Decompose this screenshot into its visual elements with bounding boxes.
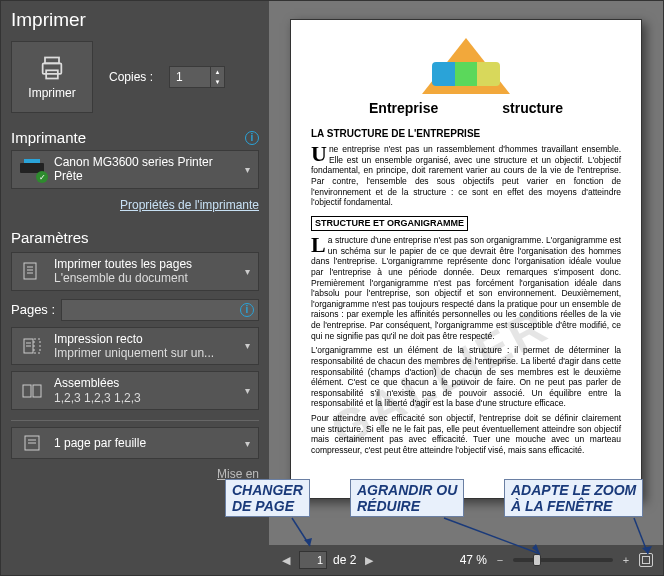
next-page-button[interactable]: ▶ — [362, 554, 376, 567]
pages-icon — [18, 260, 46, 282]
svg-rect-13 — [23, 385, 31, 397]
chevron-down-icon: ▾ — [243, 266, 252, 277]
svg-rect-4 — [24, 159, 40, 163]
callout-change-page: CHANGER DE PAGE — [225, 479, 310, 517]
callout-adapte: ADAPTE LE ZOOM À LA FENÊTRE — [504, 479, 643, 517]
chevron-down-icon: ▾ — [243, 164, 252, 175]
zoom-out-button[interactable]: − — [493, 554, 507, 566]
print-button[interactable]: Imprimer — [11, 41, 93, 113]
panel-title: Imprimer — [11, 9, 259, 31]
printer-section-title: Imprimante — [11, 129, 86, 146]
print-button-label: Imprimer — [28, 86, 75, 100]
collate-icon — [18, 380, 46, 402]
preview-toolbar: ◀ 1 de 2 ▶ 47 % − + — [269, 545, 663, 575]
page-setup-link[interactable]: Mise en — [11, 467, 259, 481]
zoom-value-label: 47 % — [460, 553, 487, 567]
page-preview: Entreprise structure LA STRUCTURE DE L'E… — [290, 19, 642, 499]
svg-rect-5 — [24, 263, 36, 279]
chevron-down-icon: ▾ — [243, 340, 252, 351]
printer-name: Canon MG3600 series Printer — [54, 155, 235, 169]
print-range-line2: L'ensemble du document — [54, 271, 235, 285]
page-of-label: de 2 — [333, 553, 356, 567]
triangle-graphic — [422, 38, 510, 94]
svg-rect-0 — [45, 58, 59, 64]
pages-input[interactable]: i — [61, 299, 259, 321]
sides-line1: Impression recto — [54, 332, 235, 346]
svg-rect-14 — [33, 385, 41, 397]
zoom-in-button[interactable]: + — [619, 554, 633, 566]
doc-box-heading: STRUCTURE ET ORGANIGRAMME — [311, 216, 468, 231]
prev-page-button[interactable]: ◀ — [279, 554, 293, 567]
zoom-slider[interactable] — [513, 558, 613, 562]
collate-line1: Assemblées — [54, 376, 235, 390]
sheet-icon — [18, 432, 46, 454]
doc-heading-right: structure — [502, 100, 563, 118]
callout-agrandir: AGRANDIR OU RÉDUIRE — [350, 479, 464, 517]
status-ready-icon: ✓ — [36, 171, 48, 183]
doc-heading-left: Entreprise — [369, 100, 438, 118]
separator — [11, 420, 259, 421]
settings-section-title: Paramètres — [11, 229, 89, 246]
info-icon[interactable]: i — [245, 131, 259, 145]
copies-label: Copies : — [109, 70, 153, 84]
copies-value: 1 — [176, 70, 183, 84]
doc-subheading: LA STRUCTURE DE L'ENTREPRISE — [311, 128, 621, 141]
print-range-line1: Imprimer toutes les pages — [54, 257, 235, 271]
chevron-down-icon: ▾ — [243, 385, 252, 396]
printer-status: Prête — [54, 169, 235, 183]
info-icon[interactable]: i — [240, 303, 254, 317]
printer-icon — [38, 54, 66, 82]
print-range-dropdown[interactable]: Imprimer toutes les pages L'ensemble du … — [11, 252, 259, 291]
copies-stepper[interactable]: 1 ▲▼ — [169, 66, 225, 88]
zoom-fit-button[interactable] — [639, 553, 653, 567]
pages-per-sheet-dropdown[interactable]: 1 page par feuille ▾ — [11, 427, 259, 459]
printer-properties-link[interactable]: Propriétés de l'imprimante — [120, 198, 259, 212]
printer-dropdown[interactable]: ✓ Canon MG3600 series Printer Prête ▾ — [11, 150, 259, 189]
recto-icon — [18, 335, 46, 357]
collate-dropdown[interactable]: Assemblées 1,2,3 1,2,3 1,2,3 ▾ — [11, 371, 259, 410]
sides-dropdown[interactable]: Impression recto Imprimer uniquement sur… — [11, 327, 259, 366]
collate-line2: 1,2,3 1,2,3 1,2,3 — [54, 391, 235, 405]
pages-label: Pages : — [11, 302, 55, 317]
pages-per-sheet-line1: 1 page par feuille — [54, 436, 235, 450]
svg-rect-12 — [34, 339, 40, 353]
page-number-input[interactable]: 1 — [299, 551, 327, 569]
sides-line2: Imprimer uniquement sur un... — [54, 346, 235, 360]
chevron-down-icon: ▾ — [243, 438, 252, 449]
